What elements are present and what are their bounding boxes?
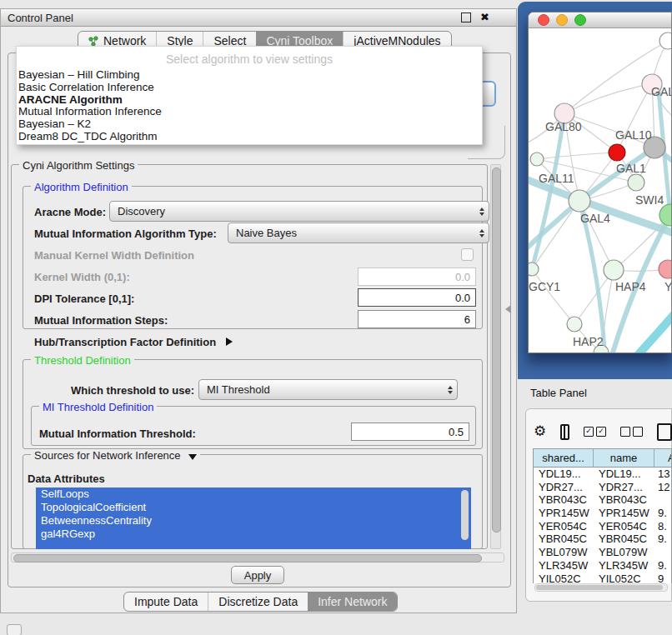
aracne-mode-select[interactable]: Discovery xyxy=(109,201,489,222)
network-node[interactable] xyxy=(604,260,624,280)
mi-type-label: Mutual Information Algorithm Type: xyxy=(34,228,217,240)
close-traffic-light[interactable] xyxy=(538,14,549,26)
manual-kernel-label: Manual Kernel Width Definition xyxy=(34,249,194,262)
table-cell: YDR27... xyxy=(594,481,654,494)
algorithm-option[interactable]: Bayesian – K2 xyxy=(17,118,482,131)
network-node[interactable] xyxy=(659,260,672,278)
table-hscrollbar[interactable] xyxy=(534,583,668,592)
control-panel-titlebar: Control Panel xyxy=(1,9,516,27)
aracne-mode-value: Discovery xyxy=(118,205,165,218)
which-threshold-select[interactable]: MI Threshold xyxy=(198,379,458,400)
dpi-tolerance-field[interactable] xyxy=(358,288,476,307)
select-all-checks-icon[interactable]: ✓✓ xyxy=(584,427,606,437)
manual-kernel-checkbox[interactable] xyxy=(461,248,474,261)
algorithm-definition-title: Algorithm Definition xyxy=(31,181,132,193)
network-node-label: HAP4 xyxy=(615,280,646,293)
settings-hscrollbar-thumb[interactable] xyxy=(13,554,482,562)
table-hscrollbar-thumb[interactable] xyxy=(536,585,663,590)
column-header[interactable]: A xyxy=(654,449,672,467)
network-node[interactable] xyxy=(609,144,625,161)
table-row[interactable]: YLR345WYLR345W9. xyxy=(534,559,671,572)
tab-impute-data[interactable]: Impute Data xyxy=(124,592,208,611)
table-panel-toolbar: ⚙ ✓✓ xyxy=(534,419,672,444)
settings-hscrollbar[interactable] xyxy=(11,552,504,562)
table-cell: 12 xyxy=(654,481,671,494)
apply-button[interactable]: Apply xyxy=(231,566,284,584)
tab-infer-network[interactable]: Infer Network xyxy=(308,592,397,611)
hub-definition-toggle[interactable]: Hub/Transcription Factor Definition xyxy=(34,336,233,348)
data-attributes-list: SelfLoopsTopologicalCoefficientBetweenne… xyxy=(36,488,471,549)
network-node[interactable] xyxy=(567,317,582,332)
network-edge xyxy=(537,152,617,159)
aracne-mode-label: Aracne Mode: xyxy=(34,206,106,218)
table-cell: YPR145W xyxy=(594,507,654,520)
network-node[interactable] xyxy=(529,262,539,276)
table-row[interactable]: YBR045CYBR045C9. xyxy=(534,532,671,546)
algorithm-option[interactable]: Dream8 DC_TDC Algorithm xyxy=(17,131,482,143)
float-window-icon[interactable] xyxy=(461,12,471,22)
table-row[interactable]: YIL052CYIL052C9 xyxy=(534,572,671,583)
table-cell: 9. xyxy=(654,532,671,546)
table-row[interactable]: YPR145WYPR145W9. xyxy=(534,507,671,520)
close-icon[interactable]: ✖ xyxy=(480,11,489,24)
columns-icon[interactable] xyxy=(560,424,569,440)
network-node[interactable] xyxy=(530,152,544,166)
zoom-traffic-light[interactable] xyxy=(574,14,586,26)
splitpane-collapse-icon[interactable] xyxy=(505,305,511,313)
column-header[interactable]: shared... xyxy=(534,449,594,467)
document-icon[interactable] xyxy=(657,423,672,441)
network-node-label: Y xyxy=(664,280,672,293)
settings-scrollbar-thumb[interactable] xyxy=(492,168,501,532)
table-cell: YIL052C xyxy=(534,572,594,583)
mi-steps-field[interactable] xyxy=(358,310,476,328)
deselect-all-checks-icon[interactable] xyxy=(620,427,643,437)
network-node[interactable] xyxy=(659,204,672,226)
table-cell: YLR345W xyxy=(534,559,594,572)
network-node[interactable] xyxy=(569,190,590,212)
algorithm-dropdown-popup: Select algorithm to view settings Bayesi… xyxy=(16,46,483,145)
table-cell: YBR045C xyxy=(594,532,654,546)
network-edge xyxy=(532,269,574,324)
algorithm-option[interactable]: Basic Correlation Inference xyxy=(17,82,482,94)
algorithm-option[interactable]: Mutual Information Inference xyxy=(17,106,482,118)
settings-scrollbar[interactable] xyxy=(490,164,501,549)
column-header[interactable]: name xyxy=(594,449,654,467)
algorithm-option[interactable]: Bayesian – Hill Climbing xyxy=(17,69,482,82)
table-row[interactable]: YBL079WYBL079W xyxy=(534,546,671,559)
attribute-list-item[interactable]: gal4RGexp xyxy=(36,528,471,541)
network-node[interactable] xyxy=(659,32,672,49)
network-node-label: GCY1 xyxy=(529,280,560,293)
cyni-bottom-tabs: Impute Data Discretize Data Infer Networ… xyxy=(123,592,398,612)
table-row[interactable]: YBR043CYBR043C xyxy=(534,493,671,507)
control-panel-title: Control Panel xyxy=(8,12,73,24)
gear-icon[interactable]: ⚙ xyxy=(534,423,546,440)
minimize-traffic-light[interactable] xyxy=(556,14,568,26)
table-row[interactable]: YER054CYER054C8. xyxy=(534,520,671,533)
attribute-list-item[interactable]: SelfLoops xyxy=(36,488,471,501)
attribute-list-item[interactable]: TopologicalCoefficient xyxy=(36,501,471,514)
kernel-width-field[interactable] xyxy=(358,268,476,286)
table-cell xyxy=(654,546,671,559)
algorithm-option[interactable]: ARACNE Algorithm xyxy=(17,94,482,107)
tab-discretize-data[interactable]: Discretize Data xyxy=(208,592,308,611)
network-canvas[interactable]: GALGAL80GAL10GAL11GAL1SWI4GAL4GCY1HAP4YH… xyxy=(529,28,672,353)
sources-title-label: Sources for Network Inference xyxy=(34,449,181,462)
attributes-scrollbar-thumb[interactable] xyxy=(461,490,469,540)
table-cell: YBR045C xyxy=(534,532,594,546)
kernel-width-label: Kernel Width (0,1): xyxy=(34,271,130,283)
collapse-down-icon xyxy=(188,454,197,460)
minimized-panel-button[interactable] xyxy=(7,624,22,635)
attribute-list-item[interactable]: BetweennessCentrality xyxy=(36,514,471,528)
mi-threshold-field[interactable] xyxy=(351,422,469,441)
table-cell: 9. xyxy=(654,559,671,572)
network-window: GALGAL80GAL10GAL11GAL1SWI4GAL4GCY1HAP4YH… xyxy=(528,12,672,353)
network-node-label: GAL1 xyxy=(616,162,646,175)
table-cell xyxy=(654,493,671,507)
table-row[interactable]: YDR27...YDR27...12 xyxy=(534,481,671,494)
table-row[interactable]: YDL19...YDL19...13 xyxy=(534,468,671,481)
table-header-row: shared...nameA xyxy=(534,449,671,468)
network-node[interactable] xyxy=(628,174,644,191)
mi-type-select[interactable]: Naive Bayes xyxy=(228,222,489,243)
sources-group-title[interactable]: Sources for Network Inference xyxy=(31,449,200,462)
expand-right-icon xyxy=(226,338,233,346)
